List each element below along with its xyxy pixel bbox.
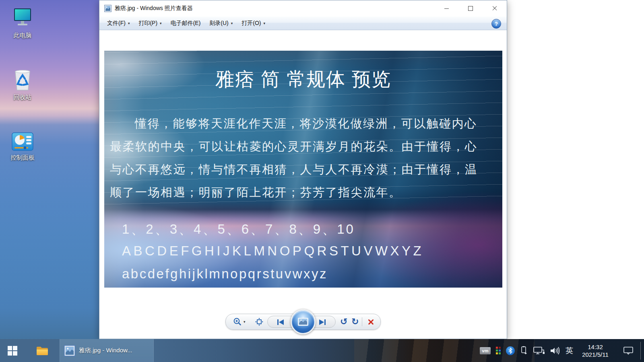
menu-item-burn[interactable]: 刻录(U) ▾ <box>205 16 237 30</box>
chevron-down-icon: ▾ <box>231 21 233 25</box>
volume-tray-icon[interactable] <box>550 347 560 355</box>
menu-item-label: 刻录(U) <box>209 20 228 27</box>
rotate-cw-icon: ↻ <box>351 317 359 326</box>
taskbar-app-photo-viewer[interactable]: 雅痞.jpg - Window... <box>60 339 154 362</box>
system-tray: vm <box>480 339 644 362</box>
titlebar[interactable]: 雅痞.jpg - Windows 照片查看器 <box>99 0 507 16</box>
next-icon <box>318 319 326 325</box>
menu-item-email[interactable]: 电子邮件(E) <box>166 16 205 30</box>
delete-x-icon <box>367 319 374 325</box>
taskbar: 雅痞.jpg - Window... vm <box>0 339 644 362</box>
slideshow-picture-icon <box>298 318 308 326</box>
file-explorer-button[interactable] <box>32 339 52 362</box>
photo-viewer-window: 雅痞.jpg - Windows 照片查看器 文件(F) ▾ 打印(P) ▾ 电… <box>99 0 507 339</box>
numbers-sample: 1、2、3、4、5、6、7、8、9、10 <box>122 220 355 239</box>
color-grid-tray-icon[interactable] <box>496 347 501 354</box>
chevron-down-icon: ▾ <box>244 320 246 324</box>
previous-icon <box>277 319 285 325</box>
maximize-button[interactable] <box>458 0 483 16</box>
magnifier-icon <box>233 317 242 326</box>
minimize-icon <box>444 8 449 9</box>
menu-item-open[interactable]: 打开(O) ▾ <box>237 16 270 30</box>
photo-viewer-app-icon <box>64 345 75 356</box>
slideshow-button[interactable] <box>291 309 316 334</box>
wallpaper-left <box>0 0 100 362</box>
minimize-button[interactable] <box>434 0 458 16</box>
desktop-icon-label: 回收站 <box>0 94 45 101</box>
close-button[interactable] <box>483 0 507 16</box>
actual-size-icon <box>255 317 264 326</box>
uppercase-sample: ABCDEFGHIJKLMNOPQRSTUVWXYZ <box>122 243 424 259</box>
show-desktop-button[interactable] <box>640 342 641 360</box>
menu-bar: 文件(F) ▾ 打印(P) ▾ 电子邮件(E) 刻录(U) ▾ 打开(O) ▾ … <box>99 16 507 30</box>
action-center-icon[interactable] <box>623 346 634 355</box>
usb-device-tray-icon[interactable] <box>520 346 528 356</box>
close-icon <box>492 6 497 11</box>
ime-language-indicator[interactable]: 英 <box>566 346 573 356</box>
next-button[interactable] <box>318 315 326 330</box>
network-tray-icon[interactable] <box>533 346 545 355</box>
control-panel-icon <box>10 131 35 152</box>
start-button[interactable] <box>0 339 25 362</box>
desktop-icon-control-panel[interactable]: 控制面板 <box>0 131 45 162</box>
bluetooth-rune-icon <box>508 348 513 354</box>
lowercase-sample: abcdefghijklmnopqrstuvwxyz <box>122 266 328 282</box>
paragraph-line: 顺了一场相遇；明丽了陌上花开；芬芳了指尖流年。 <box>110 185 402 201</box>
rotate-ccw-button[interactable]: ↺ <box>340 314 347 329</box>
paragraph-line: 最柔软的中央，可以让枯菱的心灵开满岁月的花朵。由于懂得，心 <box>110 139 478 155</box>
delete-button[interactable] <box>367 314 374 329</box>
menu-item-print[interactable]: 打印(P) ▾ <box>134 16 166 30</box>
clock-date: 2021/5/11 <box>578 351 612 358</box>
menu-item-file[interactable]: 文件(F) ▾ <box>103 16 134 30</box>
clock-time: 14:32 <box>578 343 612 351</box>
menu-item-label: 打开(O) <box>242 20 261 27</box>
desktop-icon-label: 此电脑 <box>0 32 45 39</box>
menu-item-label: 打印(P) <box>138 20 157 27</box>
chevron-down-icon: ▾ <box>263 21 265 25</box>
photo-viewer-app-icon <box>104 5 111 12</box>
taskbar-app-label: 雅痞.jpg - Window... <box>79 347 132 354</box>
recycle-bin-icon <box>11 68 34 92</box>
help-button[interactable]: ? <box>491 19 501 29</box>
actual-size-button[interactable] <box>255 314 264 329</box>
rotate-cw-button[interactable]: ↻ <box>351 314 359 329</box>
window-title: 雅痞.jpg - Windows 照片查看器 <box>115 5 193 12</box>
windows-logo-icon <box>8 346 17 356</box>
desktop-icon-label: 控制面板 <box>0 154 45 162</box>
rotate-ccw-icon: ↺ <box>340 317 347 326</box>
chevron-down-icon: ▾ <box>160 21 162 25</box>
paragraph-line: 与心不再悠远，情与情不再相猜，人与人不再冷漠；由于懂得，温 <box>110 162 478 178</box>
desktop-icon-recycle-bin[interactable]: 回收站 <box>0 68 45 101</box>
help-icon: ? <box>495 21 498 27</box>
photo-image: 雅痞 简 常规体 预览 懂得，能够将天涯化作天涯，将沙漠化做绿洲，可以触碰内心 … <box>104 51 502 288</box>
taskbar-clock[interactable]: 14:32 2021/5/11 <box>578 343 612 358</box>
previous-button[interactable] <box>277 315 285 330</box>
bluetooth-tray-icon[interactable] <box>506 346 515 355</box>
desktop: 此电脑 回收站 控制面板 <box>0 0 644 362</box>
toolbar-divider <box>362 317 362 326</box>
vmware-tray-icon[interactable]: vm <box>480 347 491 354</box>
this-pc-icon <box>11 7 34 30</box>
menu-item-label: 文件(F) <box>107 20 126 27</box>
font-preview-title: 雅痞 简 常规体 预览 <box>104 67 502 92</box>
folder-icon <box>36 346 48 356</box>
maximize-icon <box>468 6 473 11</box>
paragraph-line: 懂得，能够将天涯化作天涯，将沙漠化做绿洲，可以触碰内心 <box>110 116 477 132</box>
viewer-toolbar: ▾ <box>225 314 381 330</box>
vmware-label: vm <box>482 348 489 353</box>
menu-item-label: 电子邮件(E) <box>171 20 201 27</box>
chevron-down-icon: ▾ <box>128 21 130 25</box>
zoom-button[interactable]: ▾ <box>233 314 246 329</box>
desktop-icon-this-pc[interactable]: 此电脑 <box>0 7 45 39</box>
